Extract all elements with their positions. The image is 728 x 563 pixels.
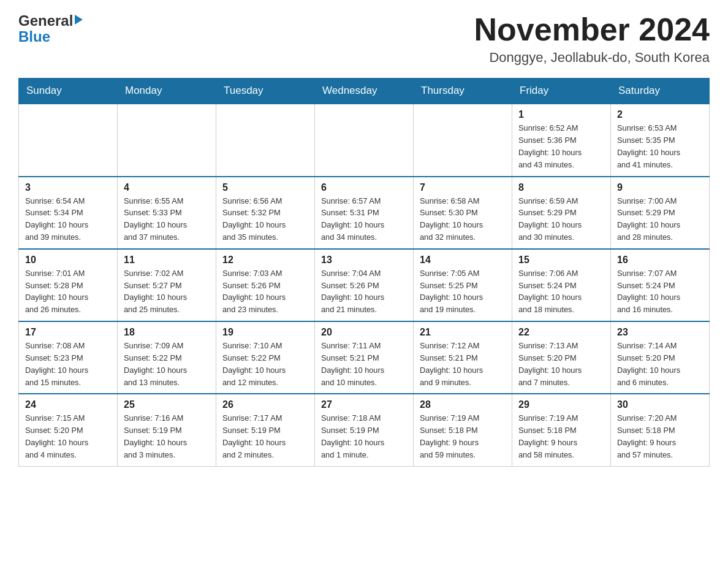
calendar-cell: 27Sunrise: 7:18 AMSunset: 5:19 PMDayligh… — [315, 394, 414, 466]
day-info: Sunrise: 6:57 AMSunset: 5:31 PMDaylight:… — [321, 195, 407, 243]
week-row-3: 10Sunrise: 7:01 AMSunset: 5:28 PMDayligh… — [19, 249, 710, 321]
day-number: 4 — [124, 182, 210, 193]
day-number: 16 — [617, 255, 703, 266]
day-number: 18 — [124, 327, 210, 338]
day-info: Sunrise: 7:20 AMSunset: 5:18 PMDaylight:… — [617, 412, 703, 461]
day-number: 5 — [222, 182, 308, 193]
weekday-header-row: SundayMondayTuesdayWednesdayThursdayFrid… — [19, 79, 710, 104]
day-info: Sunrise: 7:05 AMSunset: 5:25 PMDaylight:… — [420, 267, 506, 316]
day-info: Sunrise: 6:58 AMSunset: 5:30 PMDaylight:… — [420, 195, 506, 243]
logo-arrow-icon — [75, 15, 83, 25]
calendar-cell: 16Sunrise: 7:07 AMSunset: 5:24 PMDayligh… — [611, 249, 710, 321]
calendar-cell: 28Sunrise: 7:19 AMSunset: 5:18 PMDayligh… — [414, 394, 512, 466]
calendar-cell: 15Sunrise: 7:06 AMSunset: 5:24 PMDayligh… — [512, 249, 611, 321]
calendar-table: SundayMondayTuesdayWednesdayThursdayFrid… — [18, 78, 710, 467]
weekday-header-monday: Monday — [118, 79, 216, 104]
week-row-1: 1Sunrise: 6:52 AMSunset: 5:36 PMDaylight… — [19, 104, 710, 176]
day-info: Sunrise: 7:12 AMSunset: 5:21 PMDaylight:… — [420, 340, 506, 388]
weekday-header-saturday: Saturday — [611, 79, 710, 104]
calendar-cell: 19Sunrise: 7:10 AMSunset: 5:22 PMDayligh… — [216, 321, 315, 394]
day-number: 15 — [518, 255, 604, 266]
day-number: 20 — [321, 327, 407, 338]
day-number: 21 — [420, 327, 506, 338]
day-number: 24 — [25, 399, 111, 410]
day-number: 13 — [321, 255, 407, 266]
day-info: Sunrise: 7:01 AMSunset: 5:28 PMDaylight:… — [25, 267, 111, 316]
day-number: 7 — [420, 182, 506, 193]
calendar-cell: 12Sunrise: 7:03 AMSunset: 5:26 PMDayligh… — [216, 249, 315, 321]
day-info: Sunrise: 7:15 AMSunset: 5:20 PMDaylight:… — [25, 412, 111, 461]
day-info: Sunrise: 7:09 AMSunset: 5:22 PMDaylight:… — [124, 340, 210, 388]
day-number: 1 — [518, 109, 604, 120]
calendar-cell: 18Sunrise: 7:09 AMSunset: 5:22 PMDayligh… — [118, 321, 216, 394]
calendar-cell: 9Sunrise: 7:00 AMSunset: 5:29 PMDaylight… — [611, 177, 710, 249]
day-number: 2 — [617, 109, 703, 120]
weekday-header-sunday: Sunday — [19, 79, 118, 104]
calendar-cell: 4Sunrise: 6:55 AMSunset: 5:33 PMDaylight… — [118, 177, 216, 249]
calendar-cell: 11Sunrise: 7:02 AMSunset: 5:27 PMDayligh… — [118, 249, 216, 321]
calendar-cell: 17Sunrise: 7:08 AMSunset: 5:23 PMDayligh… — [19, 321, 118, 394]
day-info: Sunrise: 6:55 AMSunset: 5:33 PMDaylight:… — [124, 195, 210, 243]
day-info: Sunrise: 7:04 AMSunset: 5:26 PMDaylight:… — [321, 267, 407, 316]
day-number: 27 — [321, 399, 407, 410]
calendar-cell: 3Sunrise: 6:54 AMSunset: 5:34 PMDaylight… — [19, 177, 118, 249]
day-number: 11 — [124, 255, 210, 266]
day-info: Sunrise: 7:00 AMSunset: 5:29 PMDaylight:… — [617, 195, 703, 243]
calendar-cell: 1Sunrise: 6:52 AMSunset: 5:36 PMDaylight… — [512, 104, 611, 176]
calendar-cell: 23Sunrise: 7:14 AMSunset: 5:20 PMDayligh… — [611, 321, 710, 394]
calendar-cell — [315, 104, 414, 176]
calendar-cell: 24Sunrise: 7:15 AMSunset: 5:20 PMDayligh… — [19, 394, 118, 466]
day-number: 9 — [617, 182, 703, 193]
day-info: Sunrise: 6:52 AMSunset: 5:36 PMDaylight:… — [518, 122, 604, 170]
day-info: Sunrise: 7:06 AMSunset: 5:24 PMDaylight:… — [518, 267, 604, 316]
day-info: Sunrise: 6:59 AMSunset: 5:29 PMDaylight:… — [518, 195, 604, 243]
day-info: Sunrise: 6:53 AMSunset: 5:35 PMDaylight:… — [617, 122, 703, 170]
calendar-cell: 30Sunrise: 7:20 AMSunset: 5:18 PMDayligh… — [611, 394, 710, 466]
calendar-cell: 20Sunrise: 7:11 AMSunset: 5:21 PMDayligh… — [315, 321, 414, 394]
day-number: 30 — [617, 399, 703, 410]
calendar-cell: 5Sunrise: 6:56 AMSunset: 5:32 PMDaylight… — [216, 177, 315, 249]
calendar-cell — [19, 104, 118, 176]
day-number: 14 — [420, 255, 506, 266]
week-row-2: 3Sunrise: 6:54 AMSunset: 5:34 PMDaylight… — [19, 177, 710, 249]
day-info: Sunrise: 7:18 AMSunset: 5:19 PMDaylight:… — [321, 412, 407, 461]
weekday-header-friday: Friday — [512, 79, 611, 104]
day-number: 17 — [25, 327, 111, 338]
month-title: November 2024 — [474, 12, 710, 47]
calendar-cell: 14Sunrise: 7:05 AMSunset: 5:25 PMDayligh… — [414, 249, 512, 321]
header: General Blue November 2024 Donggye, Jeol… — [18, 12, 710, 66]
day-number: 23 — [617, 327, 703, 338]
day-info: Sunrise: 7:14 AMSunset: 5:20 PMDaylight:… — [617, 340, 703, 388]
day-number: 3 — [25, 182, 111, 193]
calendar-cell: 29Sunrise: 7:19 AMSunset: 5:18 PMDayligh… — [512, 394, 611, 466]
calendar-cell: 2Sunrise: 6:53 AMSunset: 5:35 PMDaylight… — [611, 104, 710, 176]
day-info: Sunrise: 7:19 AMSunset: 5:18 PMDaylight:… — [518, 412, 604, 461]
calendar-cell: 21Sunrise: 7:12 AMSunset: 5:21 PMDayligh… — [414, 321, 512, 394]
day-info: Sunrise: 7:13 AMSunset: 5:20 PMDaylight:… — [518, 340, 604, 388]
weekday-header-wednesday: Wednesday — [315, 79, 414, 104]
day-number: 25 — [124, 399, 210, 410]
calendar-cell: 6Sunrise: 6:57 AMSunset: 5:31 PMDaylight… — [315, 177, 414, 249]
title-area: November 2024 Donggye, Jeollabuk-do, Sou… — [474, 12, 710, 66]
calendar-cell: 25Sunrise: 7:16 AMSunset: 5:19 PMDayligh… — [118, 394, 216, 466]
day-number: 29 — [518, 399, 604, 410]
weekday-header-tuesday: Tuesday — [216, 79, 315, 104]
weekday-header-thursday: Thursday — [414, 79, 512, 104]
day-info: Sunrise: 7:02 AMSunset: 5:27 PMDaylight:… — [124, 267, 210, 316]
day-number: 6 — [321, 182, 407, 193]
calendar-cell — [118, 104, 216, 176]
calendar-cell — [414, 104, 512, 176]
day-number: 10 — [25, 255, 111, 266]
calendar-cell: 7Sunrise: 6:58 AMSunset: 5:30 PMDaylight… — [414, 177, 512, 249]
day-info: Sunrise: 7:03 AMSunset: 5:26 PMDaylight:… — [222, 267, 308, 316]
week-row-4: 17Sunrise: 7:08 AMSunset: 5:23 PMDayligh… — [19, 321, 710, 394]
day-info: Sunrise: 6:54 AMSunset: 5:34 PMDaylight:… — [25, 195, 111, 243]
logo-blue-text: Blue — [18, 28, 50, 45]
calendar-cell: 13Sunrise: 7:04 AMSunset: 5:26 PMDayligh… — [315, 249, 414, 321]
day-info: Sunrise: 6:56 AMSunset: 5:32 PMDaylight:… — [222, 195, 308, 243]
day-info: Sunrise: 7:07 AMSunset: 5:24 PMDaylight:… — [617, 267, 703, 316]
day-number: 12 — [222, 255, 308, 266]
day-number: 22 — [518, 327, 604, 338]
calendar-cell: 22Sunrise: 7:13 AMSunset: 5:20 PMDayligh… — [512, 321, 611, 394]
day-info: Sunrise: 7:11 AMSunset: 5:21 PMDaylight:… — [321, 340, 407, 388]
